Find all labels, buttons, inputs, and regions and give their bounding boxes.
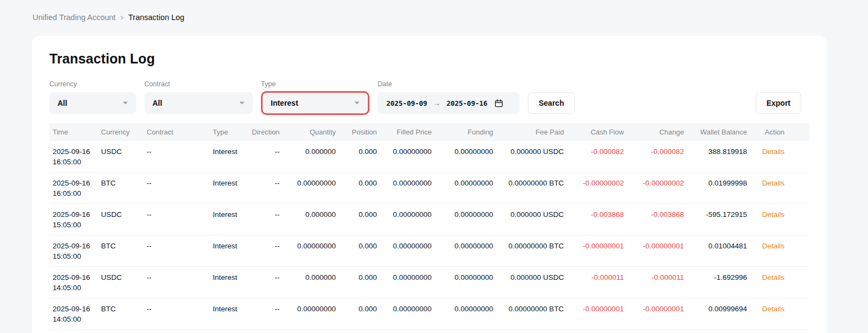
cell-action: Details (747, 204, 809, 235)
cell-change: -0.00000001 (624, 235, 684, 267)
cell-fee_paid: 0.000000 USDC (493, 267, 564, 298)
date-range-picker[interactable]: 2025-09-09 → 2025-09-16 (378, 92, 520, 114)
breadcrumb-separator-icon: › (120, 14, 123, 21)
cell-direction: -- (247, 298, 279, 330)
filters-bar: Currency All Contract All Type Interest (49, 80, 809, 114)
date-filter-label: Date (378, 80, 520, 88)
table-row: 2025-09-1614:05:00BTC--Interest--0.00000… (49, 298, 809, 330)
cell-contract: -- (146, 298, 213, 330)
arrow-right-icon: → (433, 99, 441, 107)
date-filter-group: Date 2025-09-09 → 2025-09-16 (378, 80, 520, 114)
cell-change: -0.00000001 (624, 298, 684, 330)
details-link[interactable]: Details (762, 179, 784, 187)
cell-position: 0.000 (336, 235, 377, 267)
cell-type: Interest (213, 267, 247, 298)
cell-direction: -- (247, 141, 279, 172)
currency-select[interactable]: All (49, 92, 136, 114)
page-title: Transaction Log (49, 51, 809, 67)
cell-funding: 0.00000000 (432, 267, 493, 298)
cell-type: Interest (213, 204, 247, 235)
transaction-table: TimeCurrencyContractTypeDirectionQuantit… (49, 123, 809, 330)
cell-date-line: 2025-09-16 (53, 241, 101, 251)
cell-time-line: 14:05:00 (53, 314, 101, 324)
date-end-value: 2025-09-16 (446, 99, 487, 107)
cell-quantity: 0.00000000 (279, 172, 336, 204)
cell-action: Details (747, 141, 809, 172)
cell-currency: BTC (101, 172, 146, 204)
column-header-fee_paid: Fee Paid (493, 123, 564, 141)
cell-action: Details (747, 298, 809, 330)
breadcrumb-parent-link[interactable]: Unified Trading Account (33, 13, 116, 22)
column-header-change: Change (624, 123, 684, 141)
cell-cash_flow: -0.000011 (564, 267, 624, 298)
cell-action: Details (747, 172, 809, 204)
cell-change: -0.00000002 (624, 172, 684, 204)
cell-cash_flow: -0.00000002 (564, 172, 624, 204)
cell-time-line: 15:05:00 (53, 251, 101, 261)
contract-select[interactable]: All (144, 92, 253, 114)
calendar-icon (494, 99, 503, 108)
table-row: 2025-09-1616:05:00USDC--Interest--0.0000… (49, 141, 809, 172)
breadcrumb-current: Transaction Log (128, 13, 184, 22)
cell-date-line: 2025-09-16 (53, 146, 101, 157)
details-link[interactable]: Details (762, 210, 784, 219)
cell-fee_paid: 0.000000 USDC (493, 204, 564, 235)
type-select-value: Interest (271, 99, 298, 107)
cell-funding: 0.00000000 (432, 141, 493, 172)
cell-currency: BTC (101, 298, 146, 330)
transaction-log-card: Transaction Log Currency All Contract Al… (32, 36, 826, 333)
column-header-currency: Currency (101, 123, 146, 141)
cell-type: Interest (213, 141, 247, 172)
column-header-type: Type (213, 123, 247, 141)
details-link[interactable]: Details (762, 242, 784, 250)
column-header-direction: Direction (247, 123, 279, 141)
column-header-time: Time (49, 123, 101, 141)
cell-type: Interest (213, 235, 247, 267)
cell-filled_price: 0.00000000 (377, 267, 432, 298)
cell-filled_price: 0.00000000 (377, 204, 432, 235)
cell-contract: -- (146, 141, 213, 172)
transaction-table-wrap: TimeCurrencyContractTypeDirectionQuantit… (49, 123, 809, 330)
cell-fee_paid: 0.00000000 BTC (493, 298, 564, 330)
export-button[interactable]: Export (756, 92, 801, 114)
cell-change: -0.003868 (624, 204, 684, 235)
cell-time-line: 14:05:00 (53, 283, 101, 293)
cell-filled_price: 0.00000000 (377, 172, 432, 204)
chevron-down-icon (123, 101, 128, 105)
cell-type: Interest (213, 298, 247, 330)
chevron-down-icon (239, 101, 245, 105)
currency-filter-group: Currency All (49, 80, 136, 114)
cell-change: -0.000082 (624, 141, 684, 172)
column-header-contract: Contract (146, 123, 213, 141)
cell-contract: -- (146, 267, 213, 298)
cell-filled_price: 0.00000000 (377, 141, 432, 172)
type-select[interactable]: Interest (261, 91, 369, 115)
cell-time: 2025-09-1616:05:00 (49, 141, 101, 172)
cell-quantity: 0.000000 (279, 204, 336, 235)
cell-action: Details (747, 235, 809, 267)
cell-change: -0.000011 (624, 267, 684, 298)
cell-position: 0.000 (336, 141, 377, 172)
cell-currency: USDC (101, 141, 146, 172)
cell-time: 2025-09-1614:05:00 (49, 267, 101, 298)
cell-direction: -- (247, 267, 279, 298)
cell-funding: 0.00000000 (432, 298, 493, 330)
cell-time: 2025-09-1615:05:00 (49, 204, 101, 235)
cell-contract: -- (146, 204, 213, 235)
details-link[interactable]: Details (762, 148, 784, 156)
table-row: 2025-09-1614:05:00USDC--Interest--0.0000… (49, 267, 809, 298)
type-filter-group: Type Interest (261, 80, 369, 114)
column-header-position: Position (336, 123, 377, 141)
chevron-down-icon (354, 101, 360, 105)
cell-filled_price: 0.00000000 (377, 298, 432, 330)
cell-contract: -- (146, 172, 213, 204)
cell-wallet_balance: 0.00999694 (684, 298, 747, 330)
cell-wallet_balance: 388.819918 (684, 141, 747, 172)
details-link[interactable]: Details (762, 273, 784, 281)
search-button[interactable]: Search (528, 92, 575, 114)
cell-time-line: 16:05:00 (53, 157, 101, 167)
details-link[interactable]: Details (762, 305, 784, 313)
cell-position: 0.000 (336, 172, 377, 204)
cell-currency: USDC (101, 204, 146, 235)
currency-filter-label: Currency (49, 80, 136, 88)
